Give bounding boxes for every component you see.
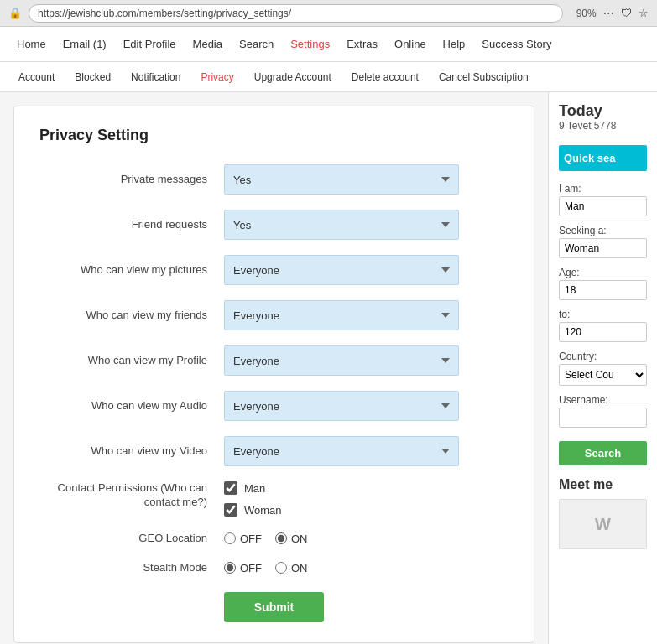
stealth-radio-group: OFF ON	[224, 562, 308, 574]
nav-media[interactable]: Media	[185, 27, 231, 62]
contact-woman-label: Woman	[244, 504, 282, 517]
friend-requests-select[interactable]: Yes No	[224, 210, 459, 240]
page-layout: Privacy Setting Private messages Yes No …	[0, 92, 657, 644]
geo-off-row: OFF	[224, 532, 262, 545]
age-from-label: Age:	[559, 267, 647, 278]
username-field: Username:	[559, 394, 647, 428]
subnav-upgrade[interactable]: Upgrade Account	[244, 62, 342, 92]
view-pictures-select[interactable]: Everyone Friends Only Nobody	[224, 255, 459, 285]
subnav-account[interactable]: Account	[8, 62, 65, 92]
nav-settings[interactable]: Settings	[282, 27, 338, 62]
geo-on-radio[interactable]	[275, 532, 287, 544]
view-friends-label: Who can view my friends	[39, 309, 224, 323]
quick-search-button[interactable]: Quick sea	[559, 145, 647, 171]
subnav-privacy[interactable]: Privacy	[190, 62, 243, 92]
submit-button[interactable]: Submit	[224, 592, 324, 622]
url-text: https://jewishclub.com/members/setting/p…	[38, 8, 291, 19]
country-select[interactable]: Select Cou	[559, 364, 647, 386]
age-to-field: to:	[559, 309, 647, 342]
submit-row: Submit	[39, 592, 508, 622]
geo-off-label: OFF	[240, 532, 262, 545]
view-profile-label: Who can view my Profile	[39, 354, 224, 368]
contact-man-row: Man	[224, 481, 282, 495]
nav-edit-profile[interactable]: Edit Profile	[115, 27, 185, 62]
view-video-select[interactable]: Everyone Friends Only Nobody	[224, 436, 459, 466]
subnav-cancel[interactable]: Cancel Subscription	[429, 62, 539, 92]
nav-online[interactable]: Online	[386, 27, 435, 62]
geo-off-radio[interactable]	[224, 532, 236, 544]
shield-icon: 🛡	[621, 7, 632, 19]
view-friends-row: Who can view my friends Everyone Friends…	[39, 300, 508, 330]
age-to-label: to:	[559, 309, 647, 320]
view-friends-select[interactable]: Everyone Friends Only Nobody	[224, 300, 459, 330]
stealth-on-row: ON	[275, 562, 308, 574]
stealth-off-label: OFF	[240, 562, 262, 574]
star-icon: ☆	[639, 7, 649, 19]
subnav-notification[interactable]: Notification	[121, 62, 190, 92]
right-sidebar: Today 9 Tevet 5778 Quick sea I am: Seeki…	[548, 92, 657, 644]
private-messages-row: Private messages Yes No Friends Only	[39, 164, 508, 195]
more-options[interactable]: ···	[603, 6, 614, 21]
age-to-input[interactable]	[559, 322, 647, 342]
nav-home[interactable]: Home	[8, 27, 55, 62]
username-label: Username:	[559, 394, 647, 406]
lock-icon: 🔒	[8, 7, 22, 19]
nav-email[interactable]: Email (1)	[55, 27, 115, 62]
meet-me-label: Meet me	[559, 477, 647, 492]
nav-search[interactable]: Search	[231, 27, 282, 62]
today-label: Today	[559, 102, 647, 120]
age-from-input[interactable]	[559, 280, 647, 300]
view-pictures-row: Who can view my pictures Everyone Friend…	[39, 255, 508, 285]
iam-input[interactable]	[559, 196, 647, 216]
top-nav: Home Email (1) Edit Profile Media Search…	[0, 27, 657, 62]
stealth-on-radio[interactable]	[275, 562, 287, 574]
view-video-row: Who can view my Video Everyone Friends O…	[39, 436, 508, 466]
view-profile-select[interactable]: Everyone Friends Only Nobody	[224, 345, 459, 376]
stealth-on-label: ON	[291, 562, 308, 574]
contact-checkbox-group: Man Woman	[224, 481, 282, 517]
friend-requests-label: Friend requests	[39, 218, 224, 232]
privacy-title: Privacy Setting	[39, 127, 508, 144]
username-input[interactable]	[559, 408, 647, 428]
stealth-off-row: OFF	[224, 562, 262, 574]
url-bar[interactable]: https://jewishclub.com/members/setting/p…	[29, 4, 563, 23]
quick-search-label: Quick sea	[564, 152, 615, 164]
geo-location-label: GEO Location	[39, 532, 224, 546]
nav-extras[interactable]: Extras	[338, 27, 386, 62]
stealth-mode-label: Stealth Mode	[39, 561, 224, 575]
zoom-level: 90%	[576, 8, 597, 19]
subnav-blocked[interactable]: Blocked	[65, 62, 121, 92]
private-messages-label: Private messages	[39, 173, 224, 187]
contact-woman-row: Woman	[224, 503, 282, 517]
geo-location-row: GEO Location OFF ON	[39, 532, 508, 546]
view-video-label: Who can view my Video	[39, 444, 224, 459]
date-label: 9 Tevet 5778	[559, 120, 647, 132]
geo-on-label: ON	[291, 532, 308, 545]
view-audio-label: Who can view my Audio	[39, 399, 224, 413]
stealth-off-radio[interactable]	[224, 562, 236, 574]
meet-me-box: W	[559, 499, 647, 549]
age-from-field: Age:	[559, 267, 647, 300]
view-pictures-label: Who can view my pictures	[39, 263, 224, 278]
geo-on-row: ON	[275, 532, 308, 545]
contact-woman-checkbox[interactable]	[224, 503, 237, 517]
seeking-input[interactable]	[559, 238, 647, 258]
contact-man-checkbox[interactable]	[224, 481, 237, 495]
seeking-label: Seeking a:	[559, 225, 647, 236]
country-label: Country:	[559, 351, 647, 362]
nav-help[interactable]: Help	[435, 27, 474, 62]
view-audio-row: Who can view my Audio Everyone Friends O…	[39, 391, 508, 421]
stealth-mode-row: Stealth Mode OFF ON	[39, 561, 508, 575]
subnav-delete[interactable]: Delete account	[342, 62, 429, 92]
today-section: Today 9 Tevet 5778	[559, 102, 647, 132]
meet-me-placeholder: W	[595, 515, 611, 534]
search-button[interactable]: Search	[559, 441, 647, 465]
nav-success-story[interactable]: Success Story	[473, 27, 560, 62]
seeking-field: Seeking a:	[559, 225, 647, 258]
sub-nav: Account Blocked Notification Privacy Upg…	[0, 62, 657, 92]
private-messages-select[interactable]: Yes No Friends Only	[224, 164, 459, 195]
view-audio-select[interactable]: Everyone Friends Only Nobody	[224, 391, 459, 421]
view-profile-row: Who can view my Profile Everyone Friends…	[39, 345, 508, 376]
geo-radio-group: OFF ON	[224, 532, 308, 545]
contact-man-label: Man	[244, 482, 265, 495]
